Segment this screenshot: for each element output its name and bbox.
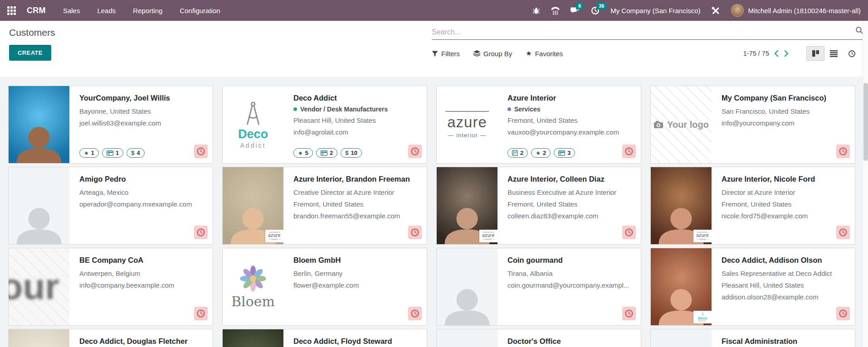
card-tag[interactable]: Vendor / Desk Manufacturers: [293, 106, 422, 113]
search-area: Filters Group By ★ Favorites 1-75 / 75: [432, 21, 868, 77]
support-tools-icon[interactable]: [712, 6, 720, 15]
bloem-logo: Bloem: [223, 248, 283, 325]
card-icon: [558, 150, 565, 156]
card-location: Fremont, United States: [293, 198, 422, 210]
kanban-card[interactable]: Doctor's Office: [436, 329, 641, 347]
filters-button[interactable]: Filters: [432, 50, 460, 58]
card-tag[interactable]: Services: [507, 106, 636, 113]
group-by-button[interactable]: Group By: [473, 50, 512, 58]
activity-clock-icon[interactable]: [836, 307, 850, 320]
card-image: [651, 329, 712, 347]
menu-sales[interactable]: Sales: [63, 7, 80, 14]
card-email: info@company.beexample.com: [79, 280, 208, 291]
pager-range: 1-75 / 75: [743, 50, 769, 57]
apps-grid-icon[interactable]: [7, 6, 16, 15]
activity-clock-icon[interactable]: [622, 226, 636, 239]
activity-clock-icon[interactable]: [408, 307, 422, 320]
company-switcher[interactable]: My Company (San Francisco): [610, 7, 700, 14]
activity-view-button[interactable]: [843, 46, 861, 61]
pager: 1-75 / 75: [743, 50, 789, 57]
azure-mini-logo: azure— interior —: [479, 230, 497, 242]
azure-mini-logo: azure— interior —: [265, 230, 283, 242]
clock-icon: [839, 309, 848, 318]
kanban-card[interactable]: DecoAddictDeco Addict, Addison OlsonSale…: [650, 248, 855, 326]
app-name[interactable]: CRM: [27, 6, 46, 15]
card-image: Your logo: [651, 86, 712, 163]
scrollbar: [863, 21, 868, 347]
clock-icon: [196, 309, 205, 318]
kanban-card[interactable]: ourBE Company CoAAntwerpen, Belgiuminfo@…: [8, 248, 213, 326]
kanban-card[interactable]: Fiscal Administration: [650, 329, 855, 347]
kanban-card[interactable]: BloemBloem GmbHBerlin, Germanyflower@exa…: [222, 248, 427, 326]
card-location: Berlin, Germany: [293, 268, 422, 280]
activity-clock-icon[interactable]: [622, 307, 636, 320]
pager-next-icon[interactable]: [784, 50, 789, 57]
card-email: info@yourcompany.com: [722, 117, 850, 129]
card-badge-card[interactable]: 3: [554, 148, 575, 158]
card-badges: 2★23: [507, 148, 575, 158]
kanban-card[interactable]: DecoAddictDeco AddictVendor / Desk Manuf…: [222, 86, 427, 164]
activity-clock-icon[interactable]: [408, 226, 422, 239]
card-badge-dollar[interactable]: $4: [127, 148, 144, 158]
card-badge-calendar[interactable]: 2: [507, 148, 528, 158]
activity-clock-icon[interactable]: [836, 226, 850, 239]
card-icon: [321, 150, 327, 156]
kanban-card[interactable]: Deco Addict, Douglas Fletcher: [8, 329, 213, 347]
kanban-card[interactable]: azure— interior —Azure Interior, Colleen…: [436, 167, 641, 245]
activity-clock-icon[interactable]: [194, 307, 208, 320]
kanban-view-button[interactable]: [806, 46, 824, 61]
menu-configuration[interactable]: Configuration: [180, 7, 220, 14]
bug-icon[interactable]: [532, 7, 540, 14]
flower-icon: [239, 265, 267, 293]
activities-clock-icon[interactable]: 36: [591, 6, 600, 15]
card-job-title: Creative Director at Azure Interior: [293, 187, 422, 198]
card-badge-dollar[interactable]: $10: [341, 148, 362, 158]
card-body: Deco Addict, Addison OlsonSales Represen…: [712, 248, 855, 325]
voip-phone-icon[interactable]: [551, 6, 560, 15]
card-badge-card[interactable]: 1: [102, 148, 123, 158]
kanban-card[interactable]: YourCompany, Joel WillisBayonne, United …: [8, 86, 213, 164]
kanban-card[interactable]: Deco Addict, Floyd Steward: [222, 329, 427, 347]
card-badge-card[interactable]: 2: [316, 148, 337, 158]
compass-icon: [701, 312, 705, 316]
kanban-card[interactable]: azure— interior —Azure InteriorServicesF…: [436, 86, 641, 164]
create-button[interactable]: CREATE: [9, 45, 51, 61]
user-menu[interactable]: Mitchell Admin (18100246-master-all): [748, 7, 861, 14]
favorites-button[interactable]: ★ Favorites: [526, 49, 563, 58]
card-job-title: Sales Representative at Deco Addict: [722, 268, 850, 280]
card-body: BE Company CoAAntwerpen, Belgiuminfo@com…: [69, 248, 213, 325]
pager-previous-icon[interactable]: [774, 50, 779, 57]
card-badge-star[interactable]: ★2: [531, 148, 551, 158]
card-email: addison.olson28@example.com: [722, 291, 850, 303]
menu-leads[interactable]: Leads: [97, 7, 116, 14]
card-badge-star[interactable]: ★1: [79, 148, 99, 158]
card-email: nicole.ford75@example.com: [722, 210, 850, 222]
card-title: Fiscal Administration: [722, 337, 850, 346]
kanban-card[interactable]: azure— interior —Azure Interior, Brandon…: [222, 167, 427, 245]
deco-addict-logo: DecoAddict: [223, 86, 283, 163]
card-title: Deco Addict, Douglas Fletcher: [79, 337, 208, 346]
kanban-card[interactable]: azure— interior —Azure Interior, Nicole …: [650, 167, 855, 245]
kanban-card[interactable]: Your logoMy Company (San Francisco)San F…: [650, 86, 855, 164]
user-avatar[interactable]: [731, 4, 744, 17]
list-view-button[interactable]: [824, 46, 843, 61]
activity-clock-icon[interactable]: [836, 145, 850, 158]
card-title: Coin gourmand: [507, 256, 636, 265]
card-email: operador@company.mxexample.com: [79, 198, 208, 210]
card-badge-star[interactable]: ★5: [293, 148, 313, 158]
deco-mini-logo: DecoAddict: [693, 311, 712, 323]
scrollbar-thumb[interactable]: [863, 83, 868, 161]
activity-clock-icon[interactable]: [408, 145, 422, 158]
messages-icon[interactable]: 6: [571, 6, 580, 14]
kanban-grid: YourCompany, Joel WillisBayonne, United …: [0, 77, 868, 347]
menu-reporting[interactable]: Reporting: [133, 7, 162, 14]
activity-clock-icon[interactable]: [622, 145, 636, 158]
activity-clock-icon[interactable]: [194, 226, 208, 239]
card-title: YourCompany, Joel Willis: [79, 94, 208, 102]
card-body: Azure InteriorServicesFremont, United St…: [497, 86, 641, 163]
card-job-title: Business Executive at Azure Interior: [507, 187, 636, 198]
kanban-card[interactable]: Amigo PedroArteaga, Mexicooperador@compa…: [8, 167, 213, 245]
activity-clock-icon[interactable]: [194, 145, 208, 158]
kanban-card[interactable]: Coin gourmandTirana, Albaniacoin.gourman…: [436, 248, 641, 326]
search-input[interactable]: [432, 28, 855, 36]
